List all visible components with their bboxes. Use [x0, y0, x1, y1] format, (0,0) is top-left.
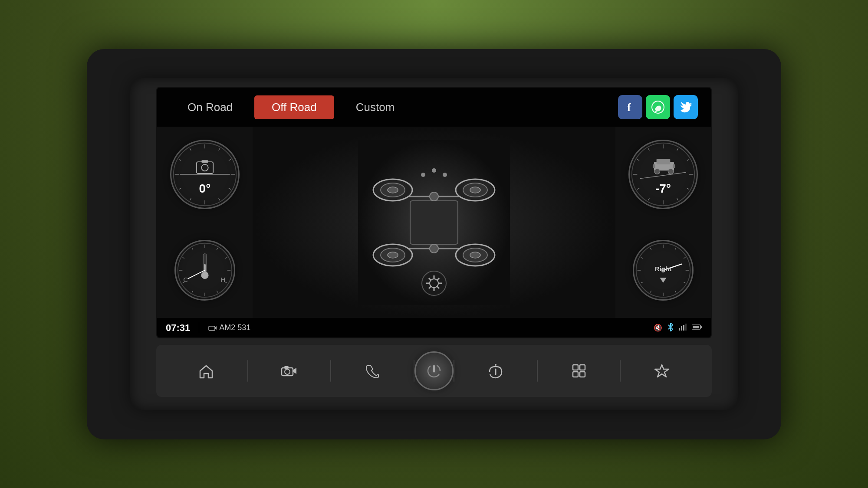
settings-button[interactable]: [538, 354, 620, 388]
svg-point-67: [668, 169, 674, 174]
svg-rect-110: [681, 326, 682, 331]
home-button[interactable]: [165, 354, 247, 388]
gauge-top-left-value: 0°: [171, 182, 238, 196]
gauge-bottom-left-container: C H: [157, 223, 253, 318]
svg-rect-126: [573, 372, 578, 377]
gauge-top-right: -7°: [628, 140, 698, 209]
svg-rect-68: [653, 164, 655, 168]
gauge-bottom-right: Right: [633, 240, 694, 301]
svg-line-4: [219, 148, 220, 151]
svg-rect-107: [209, 326, 215, 331]
svg-rect-124: [573, 365, 578, 370]
svg-line-79: [192, 291, 193, 292]
svg-line-54: [687, 160, 689, 161]
svg-text:f: f: [627, 101, 631, 114]
svg-point-39: [432, 168, 436, 173]
dashboard-background: On Road Off Road Custom f: [87, 49, 781, 439]
svg-text:C: C: [183, 276, 188, 283]
center-vehicle-view: [253, 127, 615, 318]
info-button[interactable]: [454, 354, 537, 388]
facebook-icon[interactable]: f: [618, 95, 642, 119]
svg-rect-69: [673, 164, 675, 168]
status-divider-1: [199, 322, 199, 333]
signal-icon: [679, 324, 687, 332]
svg-line-14: [190, 148, 191, 151]
svg-line-57: [677, 198, 678, 200]
svg-line-62: [637, 160, 639, 161]
gauge-top-right-container: -7°: [615, 127, 711, 223]
svg-text:H: H: [220, 276, 225, 283]
svg-point-17: [201, 164, 208, 171]
gauge-bottom-right-label: Right: [634, 265, 692, 272]
svg-point-122: [495, 364, 496, 366]
twitter-icon[interactable]: [674, 95, 698, 119]
svg-rect-18: [201, 160, 208, 163]
status-bar: 07:31 AM2 531 🔇: [157, 318, 711, 337]
svg-point-38: [421, 173, 425, 177]
svg-line-102: [641, 257, 643, 258]
svg-line-8: [219, 198, 220, 200]
svg-rect-112: [685, 324, 687, 331]
svg-point-117: [285, 369, 290, 374]
gauge-top-right-value: -7°: [630, 182, 697, 196]
phone-button[interactable]: [331, 354, 414, 388]
svg-point-25: [388, 187, 398, 193]
svg-rect-127: [580, 372, 585, 377]
favorites-button[interactable]: [621, 354, 703, 388]
svg-point-34: [470, 252, 480, 258]
svg-line-59: [648, 198, 649, 200]
bluetooth-icon: [667, 323, 674, 333]
gauge-bottom-right-container: Right: [615, 223, 711, 318]
svg-point-31: [388, 252, 398, 258]
svg-line-99: [650, 291, 651, 292]
svg-line-70: [640, 172, 686, 178]
svg-line-93: [675, 248, 676, 249]
svg-rect-35: [410, 201, 458, 244]
whatsapp-icon[interactable]: [646, 95, 670, 119]
tab-off-road[interactable]: Off Road: [254, 95, 334, 119]
svg-rect-125: [580, 365, 585, 370]
svg-rect-119: [284, 366, 289, 369]
svg-rect-109: [679, 328, 680, 331]
power-button[interactable]: [414, 351, 454, 390]
svg-point-66: [654, 169, 660, 174]
tab-on-road[interactable]: On Road: [170, 95, 250, 119]
social-icons-group: f: [618, 95, 698, 119]
tab-custom[interactable]: Custom: [339, 95, 412, 119]
svg-point-41: [422, 271, 446, 295]
svg-line-13: [179, 160, 181, 161]
svg-rect-16: [197, 162, 214, 174]
svg-rect-115: [693, 326, 699, 328]
camera-button[interactable]: [248, 354, 331, 388]
svg-line-73: [217, 248, 217, 249]
svg-marker-106: [660, 278, 666, 282]
mute-icon: 🔇: [654, 324, 662, 332]
status-icons-group: 🔇: [654, 323, 702, 333]
infotainment-unit: On Road Off Road Custom f: [130, 78, 738, 410]
svg-rect-114: [700, 326, 702, 328]
svg-line-83: [192, 248, 193, 249]
gauge-top-left: 0°: [170, 140, 240, 209]
svg-line-82: [183, 257, 184, 258]
svg-point-37: [430, 244, 438, 253]
svg-point-36: [430, 192, 438, 201]
button-panel: [156, 345, 712, 397]
svg-line-76: [225, 282, 227, 283]
main-content-area: 0°: [157, 127, 711, 318]
svg-point-28: [470, 187, 480, 193]
svg-point-40: [443, 173, 447, 177]
status-radio: AM2 531: [208, 323, 250, 332]
mode-tabs: On Road Off Road Custom: [170, 95, 412, 119]
gauge-bottom-left: C H: [174, 240, 235, 301]
top-bar: On Road Off Road Custom f: [157, 88, 711, 127]
svg-rect-89: [204, 264, 206, 273]
svg-line-10: [190, 198, 191, 200]
svg-line-94: [684, 257, 685, 258]
gauge-top-left-container: 0°: [157, 127, 253, 223]
battery-icon: [692, 324, 702, 332]
vehicle-display: [253, 127, 615, 318]
infotainment-screen: On Road Off Road Custom f: [156, 87, 712, 338]
svg-line-103: [650, 248, 651, 249]
svg-line-100: [641, 282, 643, 283]
svg-line-63: [648, 148, 649, 151]
